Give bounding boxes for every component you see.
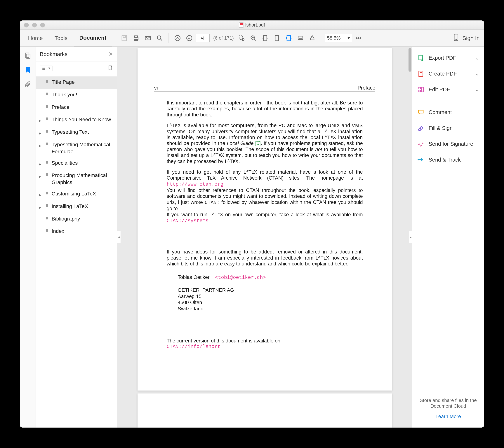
- comment-icon: [417, 108, 425, 116]
- bookmark-item[interactable]: ▸Producing Mathematical Graphics: [36, 170, 117, 188]
- tool-export-pdf[interactable]: Export PDF ⌄: [412, 50, 484, 66]
- bookmark-label: Producing Mathematical Graphics: [52, 172, 114, 186]
- new-bookmark-icon[interactable]: [107, 65, 113, 72]
- bookmark-options-icon[interactable]: ▼: [40, 66, 53, 71]
- svg-point-18: [356, 37, 357, 38]
- paragraph: LᴬTᴇX is available for most computers, f…: [167, 122, 363, 164]
- send-track-icon: [417, 156, 425, 163]
- nav-rail: [20, 47, 36, 428]
- page-number-input[interactable]: [196, 34, 210, 42]
- tool-fill-sign[interactable]: Fill & Sign: [412, 120, 484, 136]
- bookmark-label: Customising LaTeX: [52, 190, 114, 197]
- minimize-window-button[interactable]: [32, 23, 37, 27]
- sign-in-button[interactable]: Sign In: [453, 34, 482, 42]
- vertical-scrollbar[interactable]: [407, 47, 412, 428]
- svg-rect-23: [26, 53, 29, 57]
- print-icon[interactable]: [130, 33, 142, 44]
- tab-tools[interactable]: Tools: [49, 30, 73, 46]
- zoom-dropdown[interactable]: 58,5%▾: [325, 34, 352, 42]
- bookmark-item[interactable]: ▸Specialities: [36, 157, 117, 170]
- svg-point-7: [175, 35, 180, 41]
- tool-label: Edit PDF: [429, 86, 450, 93]
- page-down-icon[interactable]: [184, 33, 195, 44]
- bookmark-item[interactable]: ▸Title Page: [36, 76, 117, 89]
- close-window-button[interactable]: [24, 23, 29, 27]
- thumbnails-icon[interactable]: [24, 52, 32, 59]
- tool-label: Comment: [429, 109, 452, 115]
- expand-caret-icon[interactable]: ▸: [38, 141, 42, 149]
- paragraph: It is important to read the chapters in …: [167, 100, 363, 118]
- expand-caret-icon[interactable]: ▸: [38, 203, 42, 211]
- search-icon[interactable]: [154, 33, 165, 44]
- share-icon[interactable]: [307, 33, 318, 44]
- tab-document[interactable]: Document: [74, 30, 112, 46]
- fit-width-icon[interactable]: [260, 33, 271, 44]
- page-number-label: vi: [154, 85, 158, 91]
- tool-comment[interactable]: Comment: [412, 104, 484, 120]
- page-up-icon[interactable]: [172, 33, 183, 44]
- svg-point-17: [312, 36, 313, 37]
- svg-point-22: [456, 39, 456, 40]
- svg-point-8: [187, 35, 192, 41]
- section-title: Preface: [358, 85, 376, 91]
- expand-caret-icon[interactable]: ▸: [38, 129, 42, 137]
- bookmarks-icon[interactable]: [24, 66, 32, 74]
- next-pdf-page: [138, 394, 392, 428]
- svg-rect-1: [123, 35, 125, 37]
- email-icon[interactable]: [142, 33, 153, 44]
- fit-page-icon[interactable]: [271, 33, 282, 44]
- collapse-left-icon[interactable]: ◂: [117, 231, 121, 243]
- pdf-page: vi Preface It is important to read the c…: [138, 48, 392, 391]
- read-mode-icon[interactable]: [295, 33, 306, 44]
- bookmark-item[interactable]: ▸Customising LaTeX: [36, 188, 117, 201]
- zoom-out-icon[interactable]: [248, 33, 259, 44]
- expand-caret-icon[interactable]: ▸: [38, 172, 42, 180]
- save-icon[interactable]: [119, 33, 130, 44]
- svg-point-6: [157, 36, 161, 39]
- send-signature-icon: [417, 140, 425, 148]
- bookmark-ribbon-icon: [45, 203, 49, 210]
- tool-send-signature[interactable]: Send for Signature: [412, 136, 484, 152]
- availability: The current version of this document is …: [167, 338, 363, 350]
- tab-home[interactable]: Home: [22, 30, 48, 46]
- svg-rect-27: [418, 87, 421, 89]
- scrollbar-thumb[interactable]: [409, 48, 412, 72]
- bookmark-item[interactable]: ▸Bibliography: [36, 213, 117, 226]
- bookmark-item[interactable]: ▸Thank you!: [36, 89, 117, 102]
- attachments-icon[interactable]: [24, 80, 32, 88]
- bookmark-item[interactable]: ▸Typesetting Text: [36, 126, 117, 139]
- document-viewer[interactable]: ◂ ▸ vi Preface It is important to read t…: [117, 47, 412, 428]
- tool-edit-pdf[interactable]: Edit PDF ⌄: [412, 82, 484, 97]
- expand-caret-icon[interactable]: ▸: [38, 159, 42, 168]
- learn-more-link[interactable]: Learn More: [418, 414, 479, 419]
- expand-caret-icon[interactable]: ▸: [38, 190, 42, 198]
- bookmark-item[interactable]: ▸Index: [36, 225, 117, 238]
- page-count-label: (6 of 171): [213, 35, 234, 41]
- paragraph: If you need to get hold of any LᴬTᴇX rel…: [167, 169, 363, 224]
- expand-caret-icon[interactable]: ▸: [38, 116, 42, 124]
- tool-create-pdf[interactable]: Create PDF ⌄: [412, 66, 484, 82]
- page-display-icon[interactable]: [283, 33, 294, 44]
- bookmark-ribbon-icon: [45, 228, 49, 235]
- svg-rect-16: [299, 37, 302, 39]
- marquee-zoom-icon[interactable]: [236, 33, 247, 44]
- svg-rect-13: [275, 35, 279, 41]
- paragraph: If you have ideas for something to be ad…: [167, 249, 363, 267]
- bookmark-ribbon-icon: [45, 104, 49, 111]
- bookmark-item[interactable]: ▸Typesetting Mathematical Formulae: [36, 139, 117, 157]
- close-panel-icon[interactable]: ✕: [108, 51, 113, 57]
- svg-rect-25: [419, 55, 422, 60]
- more-tools-icon[interactable]: [353, 33, 364, 44]
- tool-label: Send for Signature: [429, 141, 473, 147]
- tool-send-track[interactable]: Send & Track: [412, 152, 484, 168]
- app-window: lshort.pdf Home Tools Document (6 of 171…: [20, 20, 484, 428]
- bookmark-label: Title Page: [52, 79, 114, 86]
- maximize-window-button[interactable]: [40, 23, 45, 27]
- bookmark-ribbon-icon: [45, 215, 49, 223]
- bookmark-item[interactable]: ▸Preface: [36, 102, 117, 114]
- bookmark-label: Specialities: [52, 159, 114, 167]
- bookmark-item[interactable]: ▸Things You Need to Know: [36, 114, 117, 126]
- tool-label: Fill & Sign: [429, 125, 453, 131]
- bookmark-item[interactable]: ▸Installing LaTeX: [36, 201, 117, 213]
- bookmark-label: Index: [52, 228, 114, 235]
